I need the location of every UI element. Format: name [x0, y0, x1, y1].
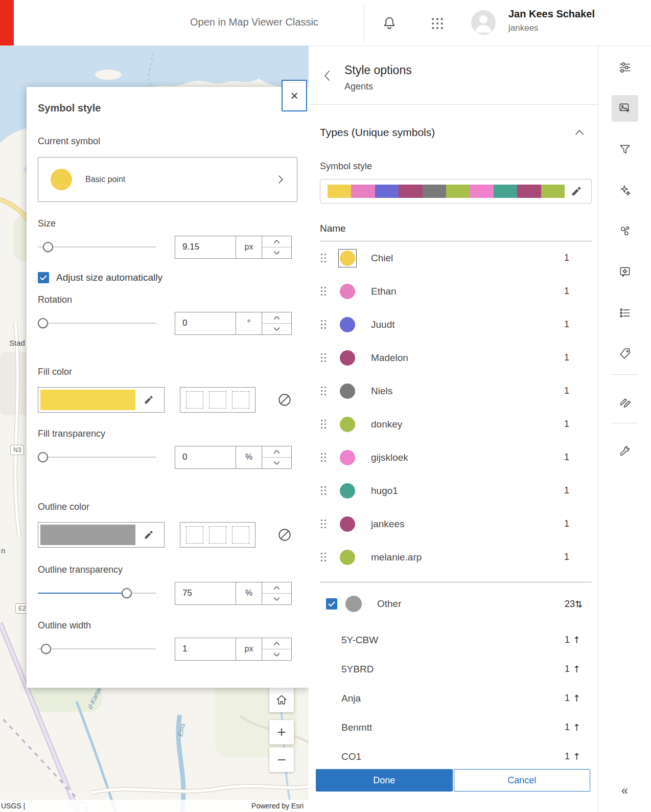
fill-transparency-input[interactable]: [175, 446, 236, 468]
filter-icon[interactable]: [612, 136, 638, 163]
drag-handle-icon[interactable]: [320, 552, 327, 562]
symbol-color-dot[interactable]: [340, 516, 355, 532]
outline-no-color-icon[interactable]: [277, 527, 292, 543]
adjust-size-checkbox[interactable]: [38, 272, 49, 283]
outline-transparency-step-down-icon[interactable]: [262, 594, 291, 604]
symbol-color-dot[interactable]: [340, 317, 355, 332]
color-ramp[interactable]: [328, 185, 565, 198]
symbol-row-melanie[interactable]: melanie.arp 1: [320, 540, 598, 574]
move-up-arrow-icon[interactable]: ↑: [573, 664, 580, 674]
notifications-bell-icon[interactable]: [379, 13, 400, 34]
other-item-benmtt[interactable]: Benmtt 1 ↑: [320, 713, 598, 742]
drag-handle-icon[interactable]: [320, 319, 327, 330]
popups-icon[interactable]: [612, 259, 638, 285]
move-up-arrow-icon[interactable]: ↑: [573, 722, 580, 733]
fill-color-picker-button[interactable]: [38, 387, 165, 413]
fill-transparency-slider[interactable]: [38, 445, 156, 469]
sort-arrows-icon[interactable]: ⇅: [575, 599, 583, 610]
edit-ramp-pencil-icon[interactable]: [565, 181, 588, 201]
done-button[interactable]: Done: [316, 769, 453, 792]
styles-icon[interactable]: [612, 95, 638, 122]
symbol-color-dot[interactable]: [340, 350, 355, 366]
fill-transparency-step-up-icon[interactable]: [262, 446, 291, 458]
move-up-arrow-icon[interactable]: ↑: [573, 693, 580, 704]
symbol-row-donkey[interactable]: donkey 1: [320, 408, 598, 441]
open-in-classic-link[interactable]: Open in Map Viewer Classic: [190, 16, 318, 28]
outline-width-slider[interactable]: [38, 637, 156, 661]
rotation-slider-handle[interactable]: [38, 318, 48, 328]
drag-handle-icon[interactable]: [320, 253, 327, 263]
labels-tag-icon[interactable]: [612, 341, 638, 367]
other-item-anja[interactable]: Anja 1 ↑: [320, 684, 598, 713]
zoom-out-button[interactable]: −: [269, 748, 294, 772]
symbol-color-dot[interactable]: [340, 284, 355, 299]
edit-pencils-icon[interactable]: [612, 389, 638, 416]
symbol-row-jankees[interactable]: jankees 1: [320, 507, 598, 540]
drag-handle-icon[interactable]: [320, 352, 327, 363]
map-canvas[interactable]: Stad N3 n E233 d-Kanal Ems + − USGS | Po…: [0, 46, 309, 812]
rotation-slider[interactable]: [38, 311, 156, 335]
fields-list-icon[interactable]: [612, 300, 638, 326]
symbol-row-juudt[interactable]: Juudt 1: [320, 308, 598, 341]
symbol-color-dot[interactable]: [340, 251, 355, 266]
configure-wrench-icon[interactable]: [612, 438, 638, 464]
collapse-rail-icon[interactable]: «: [598, 783, 651, 798]
symbol-row-niels[interactable]: Niels 1: [320, 374, 598, 408]
other-row[interactable]: Other 23 ⇅: [320, 582, 598, 625]
symbol-color-dot[interactable]: [340, 450, 355, 465]
size-input[interactable]: [175, 236, 236, 258]
drag-handle-icon[interactable]: [320, 518, 327, 529]
effects-sparkle-icon[interactable]: [612, 177, 638, 204]
symbol-row-madelon[interactable]: Madelon 1: [320, 341, 598, 374]
outline-transparency-slider[interactable]: [38, 581, 156, 605]
current-symbol-button[interactable]: Basic point: [38, 157, 297, 202]
outline-transparency-slider-handle[interactable]: [122, 588, 132, 598]
drag-handle-icon[interactable]: [320, 286, 327, 297]
avatar[interactable]: [471, 10, 496, 35]
outline-width-input[interactable]: [175, 638, 236, 660]
symbol-color-dot[interactable]: [340, 417, 355, 432]
symbol-color-dot[interactable]: [340, 550, 355, 565]
size-slider-handle[interactable]: [43, 242, 53, 252]
outline-transparency-input[interactable]: [175, 582, 236, 604]
other-item-5ybrd[interactable]: 5YBRD 1 ↑: [320, 655, 598, 684]
app-launcher-grid-icon[interactable]: [427, 13, 448, 34]
symbol-row-chiel[interactable]: Chiel 1: [320, 241, 598, 275]
drag-handle-icon[interactable]: [320, 485, 327, 496]
fill-transparency-slider-handle[interactable]: [38, 452, 48, 462]
collapse-chevron-icon[interactable]: [574, 129, 585, 136]
other-item-co1[interactable]: CO1 1 ↑: [320, 742, 598, 764]
symbol-row-ethan[interactable]: Ethan 1: [320, 275, 598, 308]
zoom-in-button[interactable]: +: [269, 720, 294, 745]
rotation-step-down-icon[interactable]: [262, 324, 291, 334]
user-block[interactable]: Jan Kees Schakel jankees: [508, 8, 595, 33]
size-step-down-icon[interactable]: [262, 247, 291, 258]
move-up-arrow-icon[interactable]: ↑: [573, 751, 580, 762]
properties-sliders-icon[interactable]: [612, 54, 638, 81]
drag-handle-icon[interactable]: [320, 452, 327, 463]
other-item-5y-cbw[interactable]: 5Y-CBW 1 ↑: [320, 625, 598, 655]
cancel-button[interactable]: Cancel: [454, 769, 591, 792]
rotation-step-up-icon[interactable]: [262, 312, 291, 324]
outline-width-step-down-icon[interactable]: [262, 649, 291, 660]
close-button[interactable]: ×: [282, 80, 307, 111]
size-slider[interactable]: [38, 235, 156, 259]
fill-no-color-icon[interactable]: [277, 392, 292, 408]
symbol-row-hugo1[interactable]: hugo1 1: [320, 474, 598, 507]
outline-width-step-up-icon[interactable]: [262, 638, 291, 649]
drag-handle-icon[interactable]: [320, 419, 327, 430]
size-step-up-icon[interactable]: [262, 236, 291, 247]
symbol-color-dot[interactable]: [340, 483, 355, 499]
outline-color-picker-button[interactable]: [38, 522, 165, 548]
drag-handle-icon[interactable]: [320, 386, 327, 396]
other-checkbox[interactable]: [326, 598, 337, 610]
move-up-arrow-icon[interactable]: ↑: [573, 635, 580, 645]
outline-width-slider-handle[interactable]: [41, 644, 51, 654]
other-color-dot[interactable]: [345, 596, 362, 612]
back-chevron-icon[interactable]: [317, 65, 337, 86]
symbol-row-gijskloek[interactable]: gijskloek 1: [320, 441, 598, 474]
aggregation-cluster-icon[interactable]: [612, 218, 638, 244]
home-button[interactable]: [269, 688, 294, 712]
symbol-color-dot[interactable]: [340, 384, 355, 399]
rotation-input[interactable]: [175, 312, 236, 334]
